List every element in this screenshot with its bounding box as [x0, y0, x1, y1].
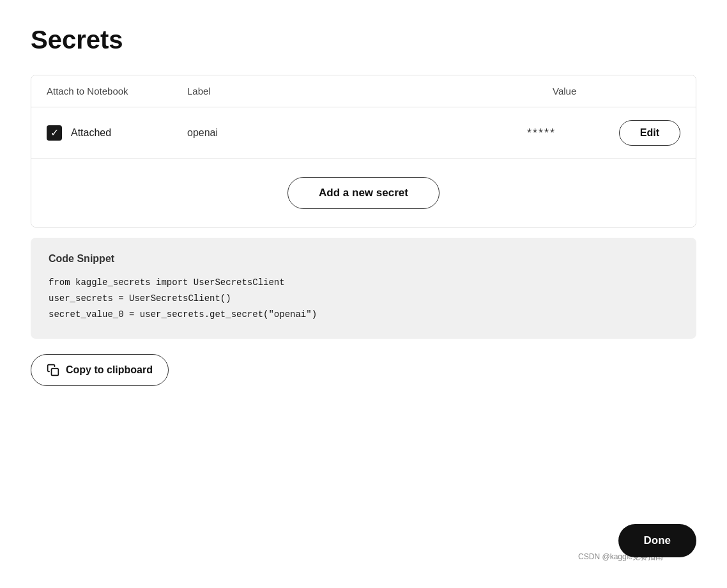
table-row: ✓ Attached openai ***** Edit	[31, 107, 696, 159]
copy-button-label: Copy to clipboard	[66, 364, 153, 376]
add-secret-button[interactable]: Add a new secret	[287, 177, 440, 209]
edit-button[interactable]: Edit	[619, 120, 680, 146]
action-cell: Edit	[604, 120, 680, 146]
header-attach: Attach to Notebook	[47, 86, 187, 97]
secret-value: *****	[527, 127, 604, 140]
code-block: from kaggle_secrets import UserSecretsCl…	[49, 275, 678, 323]
header-value: Value	[553, 86, 680, 97]
code-snippet-container: Code Snippet from kaggle_secrets import …	[31, 238, 696, 339]
secrets-table: Attach to Notebook Label Value ✓ Attache…	[31, 75, 696, 228]
attach-checkbox[interactable]: ✓	[47, 125, 62, 141]
code-snippet-title: Code Snippet	[49, 253, 678, 265]
checkmark-icon: ✓	[50, 128, 59, 138]
done-button[interactable]: Done	[618, 524, 697, 557]
page-title: Secrets	[31, 26, 696, 54]
svg-rect-0	[52, 368, 59, 375]
attached-label: Attached	[71, 127, 111, 139]
header-label: Label	[187, 86, 553, 97]
table-header: Attach to Notebook Label Value	[31, 75, 696, 107]
attach-cell: ✓ Attached	[47, 125, 187, 141]
copy-icon	[47, 364, 59, 376]
secret-label: openai	[187, 127, 527, 139]
add-secret-row: Add a new secret	[31, 159, 696, 227]
copy-clipboard-button[interactable]: Copy to clipboard	[31, 354, 169, 386]
